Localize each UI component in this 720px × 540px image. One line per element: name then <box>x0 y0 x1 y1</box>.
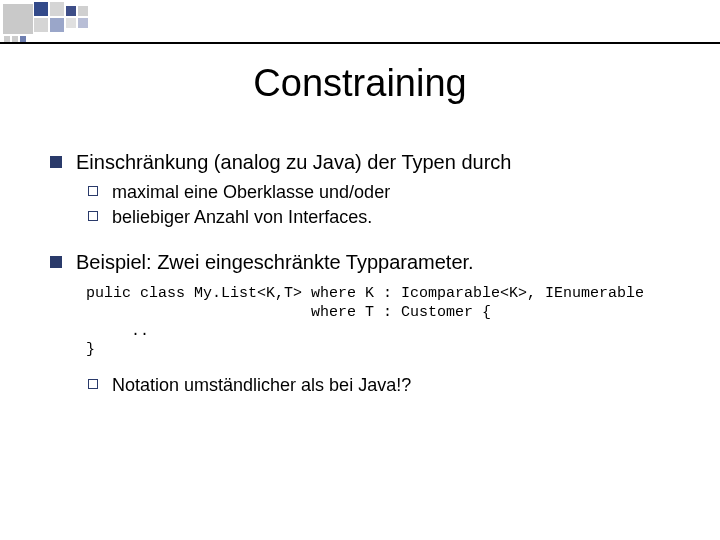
bullet-level2: beliebiger Anzahl von Interfaces. <box>88 206 700 229</box>
code-block: pulic class My.List<K,T> where K : Icomp… <box>86 285 700 360</box>
bullet-level1: Beispiel: Zwei eingeschränkte Typparamet… <box>50 250 700 275</box>
bullet-level2: Notation umständlicher als bei Java!? <box>88 374 700 397</box>
slide-body: Einschränkung (analog zu Java) der Typen… <box>50 150 700 399</box>
slide: Constraining Einschränkung (analog zu Ja… <box>0 0 720 540</box>
slide-title: Constraining <box>0 62 720 105</box>
bullet-text: beliebiger Anzahl von Interfaces. <box>112 207 372 227</box>
bullet-text: Beispiel: Zwei eingeschränkte Typparamet… <box>76 251 474 273</box>
header-rule <box>0 42 720 44</box>
bullet-text: maximal eine Oberklasse und/oder <box>112 182 390 202</box>
sub-bullet-group: Notation umständlicher als bei Java!? <box>88 374 700 397</box>
template-squares <box>0 0 180 60</box>
sub-bullet-group: maximal eine Oberklasse und/oder beliebi… <box>88 181 700 228</box>
bullet-text: Einschränkung (analog zu Java) der Typen… <box>76 151 511 173</box>
bullet-level1: Einschränkung (analog zu Java) der Typen… <box>50 150 700 175</box>
bullet-text: Notation umständlicher als bei Java!? <box>112 375 411 395</box>
bullet-level2: maximal eine Oberklasse und/oder <box>88 181 700 204</box>
